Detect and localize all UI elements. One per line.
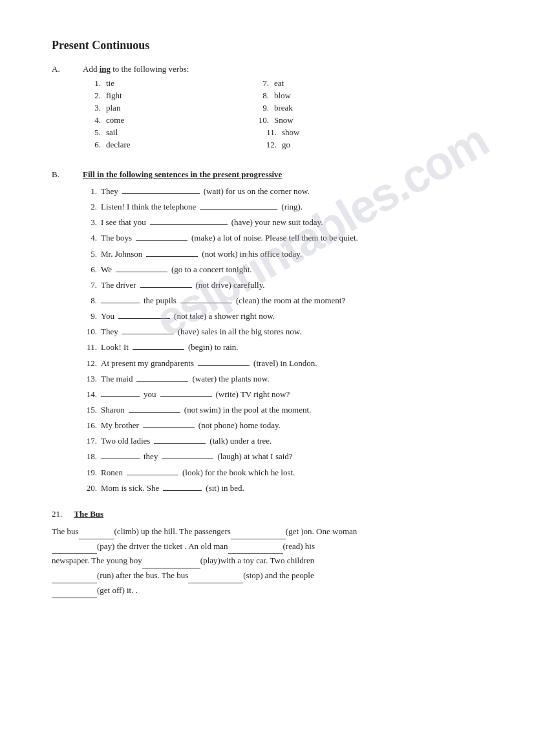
fill-item-11: 11. Look! It(begin) to rain. — [83, 341, 482, 354]
verb-num-8: 8. — [251, 91, 269, 101]
verb-word-11: show — [282, 127, 299, 138]
verb-word-5: sail — [106, 127, 118, 138]
blank-10[interactable] — [122, 326, 174, 334]
fill-item-15: 15. Sharon(not swim) in the pool at the … — [83, 404, 482, 416]
verb-col-2: 7. eat 8. blow 9. break 10. Snow 11. sho… — [251, 78, 380, 150]
verb-item-3: 3. plan — [83, 103, 212, 113]
verb-item-9: 9. break — [251, 103, 380, 113]
section-bus: 21. The Bus The bus(climb) up the hill. … — [52, 509, 482, 598]
verb-item-1: 1. tie — [83, 78, 212, 89]
verb-num-1: 1. — [83, 78, 101, 89]
blank-20[interactable] — [163, 482, 202, 491]
fill-item-13: 13. The maid(water) the plants now. — [83, 373, 482, 385]
verb-word-3: plan — [106, 103, 120, 113]
blank-14a[interactable] — [101, 389, 140, 397]
fill-item-8: 8. the pupils(clean) the room at the mom… — [83, 294, 482, 307]
fill-item-16: 16. My brother(not phone) home today. — [83, 419, 482, 432]
bus-blank-2[interactable] — [231, 531, 286, 539]
blank-2[interactable] — [200, 201, 277, 210]
bus-blank-1[interactable] — [79, 531, 114, 539]
section-a-instruction: Add ing to the following verbs: — [83, 64, 189, 74]
fill-item-7: 7. The driver(not drive) carefully. — [83, 279, 482, 292]
section-a: A. Add ing to the following verbs: 1. ti… — [52, 64, 482, 150]
fill-item-4: 4. The boys(make) a lot of noise. Please… — [83, 232, 482, 244]
verb-num-5: 5. — [83, 127, 101, 138]
fill-item-19: 19. Ronen(look) for the book which he lo… — [83, 466, 482, 479]
ing-underline: ing — [100, 64, 111, 74]
section-b-header: B. Fill in the following sentences in th… — [52, 169, 482, 180]
blank-9[interactable] — [118, 310, 170, 319]
fill-item-6: 6. We(go to a concert tonight. — [83, 263, 482, 276]
verb-num-10: 10. — [251, 115, 269, 125]
bus-blank-3[interactable] — [52, 545, 97, 554]
section-a-label: A. Add ing to the following verbs: — [52, 64, 482, 74]
verb-word-12: go — [282, 140, 290, 150]
bus-blank-5[interactable] — [142, 560, 200, 568]
blank-12[interactable] — [198, 358, 250, 366]
blank-5[interactable] — [146, 248, 198, 257]
verb-item-6: 6. declare — [83, 140, 212, 150]
blank-15[interactable] — [129, 404, 180, 413]
verb-item-2: 2. fight — [83, 91, 212, 101]
verb-item-7: 7. eat — [251, 78, 380, 89]
blank-6[interactable] — [116, 264, 167, 272]
fill-item-9: 9. You(not take) a shower right now. — [83, 310, 482, 323]
verb-word-8: blow — [274, 91, 291, 101]
verb-item-12: 12. go — [251, 140, 380, 150]
bus-blank-6[interactable] — [52, 575, 97, 583]
verb-num-9: 9. — [251, 103, 269, 113]
page-title: Present Continuous — [52, 39, 482, 52]
blank-14b[interactable] — [160, 389, 212, 397]
blank-7[interactable] — [140, 279, 192, 288]
blank-11[interactable] — [133, 341, 184, 350]
verb-word-10: Snow — [274, 115, 294, 125]
fill-item-3: 3. I see that you(have) your new suit to… — [83, 216, 482, 229]
fill-list: 1. They(wait) for us on the corner now. … — [83, 185, 482, 495]
blank-8a[interactable] — [101, 295, 140, 303]
blank-8b[interactable] — [180, 295, 232, 303]
section-b-title: Fill in the following sentences in the p… — [83, 169, 282, 180]
verb-num-6: 6. — [83, 140, 101, 150]
verb-num-3: 3. — [83, 103, 101, 113]
blank-3[interactable] — [150, 217, 228, 225]
fill-item-14: 14. you(write) TV right now? — [83, 388, 482, 401]
verb-num-11: 11. — [251, 127, 277, 138]
verb-word-6: declare — [106, 140, 131, 150]
blank-4[interactable] — [136, 232, 187, 241]
fill-item-10: 10. They(have) sales in all the big stor… — [83, 325, 482, 338]
blank-1[interactable] — [122, 186, 200, 194]
blank-19[interactable] — [127, 467, 178, 475]
verb-num-4: 4. — [83, 115, 101, 125]
section-a-letter: A. — [52, 64, 71, 74]
blank-16[interactable] — [143, 420, 195, 428]
verb-word-9: break — [274, 103, 293, 113]
verb-item-5: 5. sail — [83, 127, 212, 138]
bus-number: 21. — [52, 509, 62, 519]
bus-blank-7[interactable] — [188, 575, 243, 583]
verb-word-4: come — [106, 115, 124, 125]
verb-col-1: 1. tie 2. fight 3. plan 4. come 5. sail … — [83, 78, 212, 150]
blank-18b[interactable] — [162, 451, 213, 459]
verb-item-4: 4. come — [83, 115, 212, 125]
bus-blank-8[interactable] — [52, 590, 97, 598]
blank-13[interactable] — [136, 373, 188, 382]
bus-paragraph: The bus(climb) up the hill. The passenge… — [52, 524, 482, 598]
verb-item-10: 10. Snow — [251, 115, 380, 125]
fill-item-5: 5. Mr. Johnson(not work) in his office t… — [83, 248, 482, 261]
verb-word-2: fight — [106, 91, 122, 101]
bus-blank-4[interactable] — [228, 545, 283, 554]
section-b: B. Fill in the following sentences in th… — [52, 169, 482, 495]
verb-word-7: eat — [274, 78, 284, 89]
fill-item-1: 1. They(wait) for us on the corner now. — [83, 185, 482, 198]
fill-item-17: 17. Two old ladies(talk) under a tree. — [83, 435, 482, 448]
verb-word-1: tie — [106, 78, 114, 89]
bus-title: The Bus — [74, 509, 103, 519]
blank-18a[interactable] — [101, 451, 140, 459]
fill-item-2: 2. Listen! I think the telephone(ring). — [83, 200, 482, 213]
fill-item-20: 20. Mom is sick. She(sit) in bed. — [83, 482, 482, 495]
blank-17[interactable] — [154, 435, 206, 444]
verb-num-12: 12. — [251, 140, 277, 150]
verb-item-8: 8. blow — [251, 91, 380, 101]
verb-num-7: 7. — [251, 78, 269, 89]
section-b-letter: B. — [52, 169, 71, 180]
